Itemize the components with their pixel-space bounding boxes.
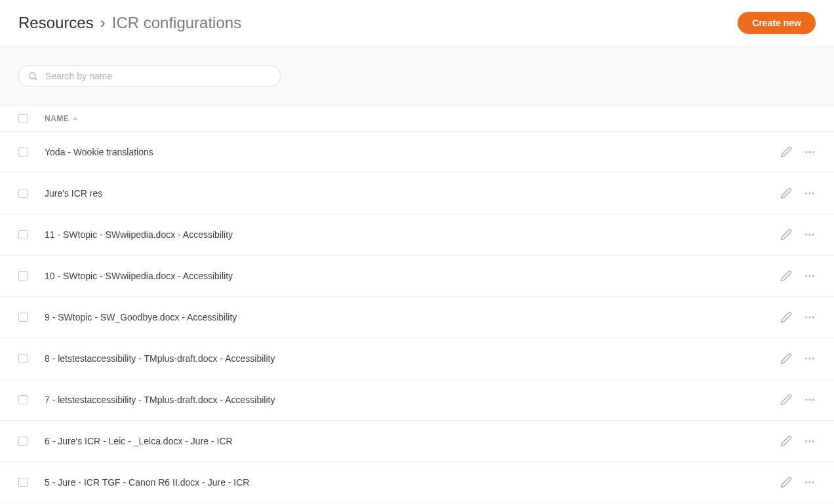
more-icon[interactable] bbox=[804, 394, 816, 406]
table-header: NAME bbox=[0, 106, 834, 132]
create-new-button[interactable]: Create new bbox=[738, 12, 816, 34]
svg-point-20 bbox=[805, 399, 807, 401]
row-select-cell bbox=[18, 395, 45, 404]
svg-point-25 bbox=[812, 440, 814, 442]
svg-point-19 bbox=[812, 358, 814, 360]
svg-point-8 bbox=[805, 234, 807, 236]
filter-bar bbox=[0, 46, 834, 106]
row-name[interactable]: 11 - SWtopic - SWwiipedia.docx - Accessi… bbox=[45, 229, 780, 240]
table-row: 9 - SWtopic - SW_Goodbye.docx - Accessib… bbox=[0, 297, 834, 338]
table-row: 6 - Jure's ICR - Leic - _Leica.docx - Ju… bbox=[0, 421, 834, 462]
edit-icon[interactable] bbox=[780, 270, 792, 282]
table-row: Jure's ICR res bbox=[0, 173, 834, 214]
more-icon[interactable] bbox=[804, 311, 816, 323]
table-row: 5 - Jure - ICR TGF - Canon R6 II.docx - … bbox=[0, 462, 834, 503]
row-name[interactable]: 9 - SWtopic - SW_Goodbye.docx - Accessib… bbox=[45, 312, 780, 322]
table-body: Yoda - Wookie translationsJure's ICR res… bbox=[0, 132, 834, 503]
svg-point-16 bbox=[812, 317, 814, 319]
svg-point-27 bbox=[809, 482, 811, 484]
edit-icon[interactable] bbox=[780, 476, 792, 488]
svg-point-23 bbox=[805, 440, 807, 442]
row-select-cell bbox=[18, 436, 45, 446]
table-row: 11 - SWtopic - SWwiipedia.docx - Accessi… bbox=[0, 214, 834, 256]
table-row: 7 - letstestaccessibility - TMplus-draft… bbox=[0, 379, 834, 421]
row-checkbox[interactable] bbox=[18, 230, 28, 239]
svg-point-21 bbox=[809, 399, 811, 401]
svg-point-7 bbox=[812, 193, 814, 195]
edit-icon[interactable] bbox=[780, 229, 792, 241]
edit-icon[interactable] bbox=[780, 435, 792, 447]
table-row: 8 - letstestaccessibility - TMplus-draft… bbox=[0, 338, 834, 379]
row-select-cell bbox=[18, 230, 45, 239]
svg-point-22 bbox=[812, 399, 814, 401]
breadcrumb-current: ICR configurations bbox=[112, 14, 241, 32]
svg-point-17 bbox=[805, 358, 807, 360]
row-select-cell bbox=[18, 189, 45, 198]
table-row: 10 - SWtopic - SWwiipedia.docx - Accessi… bbox=[0, 256, 834, 297]
column-header-name[interactable]: NAME bbox=[45, 114, 79, 123]
column-header-name-label: NAME bbox=[45, 114, 69, 123]
row-actions bbox=[780, 353, 816, 364]
svg-point-2 bbox=[805, 151, 807, 153]
edit-icon[interactable] bbox=[780, 353, 792, 364]
row-actions bbox=[780, 270, 816, 282]
row-select-cell bbox=[18, 313, 45, 322]
row-actions bbox=[780, 476, 816, 488]
sort-asc-icon bbox=[71, 115, 79, 123]
row-name[interactable]: 5 - Jure - ICR TGF - Canon R6 II.docx - … bbox=[45, 477, 780, 488]
edit-icon[interactable] bbox=[780, 394, 792, 406]
row-name[interactable]: Yoda - Wookie translations bbox=[45, 147, 780, 157]
select-all-checkbox[interactable] bbox=[18, 114, 28, 123]
more-icon[interactable] bbox=[804, 476, 816, 488]
edit-icon[interactable] bbox=[780, 187, 792, 199]
svg-point-24 bbox=[809, 440, 811, 442]
row-select-cell bbox=[18, 271, 45, 281]
more-icon[interactable] bbox=[804, 146, 816, 158]
svg-point-28 bbox=[812, 482, 814, 484]
breadcrumb-root[interactable]: Resources bbox=[18, 14, 94, 32]
edit-icon[interactable] bbox=[780, 311, 792, 323]
row-name[interactable]: 8 - letstestaccessibility - TMplus-draft… bbox=[45, 353, 780, 364]
breadcrumb-separator: › bbox=[100, 14, 106, 32]
row-name[interactable]: 10 - SWtopic - SWwiipedia.docx - Accessi… bbox=[45, 271, 780, 281]
svg-point-18 bbox=[809, 358, 811, 360]
svg-point-26 bbox=[805, 482, 807, 484]
svg-point-10 bbox=[812, 234, 814, 236]
row-checkbox[interactable] bbox=[18, 313, 28, 322]
search-input[interactable] bbox=[18, 65, 281, 87]
more-icon[interactable] bbox=[804, 270, 816, 282]
row-checkbox[interactable] bbox=[18, 478, 28, 487]
more-icon[interactable] bbox=[804, 353, 816, 364]
edit-icon[interactable] bbox=[780, 146, 792, 158]
svg-point-14 bbox=[805, 317, 807, 319]
row-checkbox[interactable] bbox=[18, 271, 28, 281]
row-actions bbox=[780, 311, 816, 323]
svg-point-9 bbox=[809, 234, 811, 236]
row-actions bbox=[780, 146, 816, 158]
svg-point-5 bbox=[805, 193, 807, 195]
row-checkbox[interactable] bbox=[18, 189, 28, 198]
row-checkbox[interactable] bbox=[18, 354, 28, 363]
more-icon[interactable] bbox=[804, 229, 816, 241]
more-icon[interactable] bbox=[804, 187, 816, 199]
row-select-cell bbox=[18, 354, 45, 363]
more-icon[interactable] bbox=[804, 435, 816, 447]
svg-point-6 bbox=[809, 193, 811, 195]
row-actions bbox=[780, 435, 816, 447]
svg-point-11 bbox=[805, 275, 807, 277]
search-wrap bbox=[18, 65, 281, 87]
svg-point-15 bbox=[809, 317, 811, 319]
row-checkbox[interactable] bbox=[18, 395, 28, 404]
row-select-cell bbox=[18, 147, 45, 157]
row-name[interactable]: 7 - letstestaccessibility - TMplus-draft… bbox=[45, 395, 780, 405]
row-checkbox[interactable] bbox=[18, 147, 28, 157]
row-select-cell bbox=[18, 478, 45, 487]
svg-point-3 bbox=[809, 151, 811, 153]
svg-point-12 bbox=[809, 275, 811, 277]
row-name[interactable]: 6 - Jure's ICR - Leic - _Leica.docx - Ju… bbox=[45, 436, 780, 446]
row-checkbox[interactable] bbox=[18, 436, 28, 446]
breadcrumb: Resources › ICR configurations bbox=[18, 14, 241, 32]
row-actions bbox=[780, 187, 816, 199]
svg-point-4 bbox=[812, 151, 814, 153]
row-name[interactable]: Jure's ICR res bbox=[45, 188, 780, 199]
